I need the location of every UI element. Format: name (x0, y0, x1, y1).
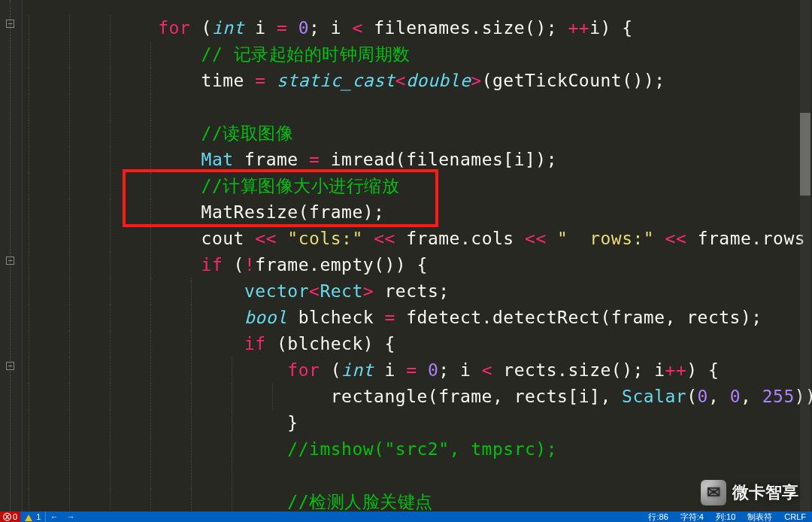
indent-guide (150, 120, 151, 147)
indent-guide (110, 199, 111, 226)
indent-guide (29, 15, 29, 41)
indent-guide (232, 357, 232, 384)
code-line[interactable]: // 记录起始的时钟周期数 (23, 41, 812, 68)
indent-guide (150, 147, 151, 173)
indent-guide (69, 41, 70, 68)
editor-root: −−− for (int i = 0; i < filenames.size()… (0, 0, 812, 522)
indent-guide (232, 436, 232, 463)
indent-guide (69, 384, 70, 410)
nav-back-button[interactable]: ← (46, 511, 62, 522)
indent-guide (191, 410, 192, 436)
code-line[interactable]: time = static_cast<double>(getTickCount(… (23, 68, 812, 94)
indent-guide (110, 305, 111, 331)
indent-guide (110, 410, 111, 436)
indent-guide (110, 278, 111, 305)
indent-guide (110, 489, 111, 511)
fold-toggle[interactable]: − (6, 256, 14, 265)
indent-guide (110, 331, 111, 357)
indent-guide (150, 463, 151, 489)
code-line[interactable]: rectangle(frame, rects[i], Scalar(0, 0, … (23, 384, 812, 410)
nav-forward-button[interactable]: → (62, 511, 79, 522)
indent-guide (29, 384, 29, 410)
indent-guide (110, 463, 111, 489)
indent-guide (29, 120, 29, 147)
indent-guide (29, 94, 29, 120)
indent-guide (110, 252, 111, 278)
fold-guide (10, 0, 11, 511)
code-line[interactable] (23, 463, 812, 489)
code-line[interactable]: //读取图像 (23, 120, 812, 147)
indent-guide (69, 199, 70, 226)
indent-guide (69, 147, 70, 173)
indent-guide (150, 199, 151, 226)
indent-guide (29, 147, 29, 173)
code-line[interactable]: vector<Rect> rects; (23, 278, 812, 305)
indent-guide (110, 147, 111, 173)
indent-guide (29, 278, 29, 305)
indent-guide (191, 278, 192, 305)
indent-guide (150, 226, 151, 252)
indent-guide (150, 384, 151, 410)
indent-guide (150, 331, 151, 357)
indent-guide (69, 410, 70, 436)
status-crlf[interactable]: CRLF (778, 511, 812, 522)
indent-guide (232, 384, 232, 410)
indent-guide (69, 489, 70, 511)
code-line[interactable]: if (!frame.empty()) { (23, 252, 812, 278)
code-line[interactable]: if (blcheck) { (23, 331, 812, 357)
indent-guide (69, 120, 70, 147)
status-chars[interactable]: 字符:4 (674, 511, 710, 522)
scrollbar-track[interactable] (800, 0, 810, 511)
indent-guide (29, 226, 29, 252)
code-line[interactable]: cout << "cols:" << frame.cols << " rows:… (23, 226, 812, 252)
indent-guide (69, 305, 70, 331)
indent-guide (150, 278, 151, 305)
error-badge[interactable]: ⓧ 0 (0, 511, 20, 522)
indent-guide (29, 463, 29, 489)
indent-guide (29, 252, 29, 278)
indent-guide (29, 173, 29, 199)
status-col[interactable]: 列:10 (710, 511, 741, 522)
code-line[interactable]: bool blcheck = fdetect.detectRect(frame,… (23, 305, 812, 331)
code-line[interactable]: for (int i = 0; i < filenames.size(); ++… (23, 15, 812, 41)
indent-guide (150, 252, 151, 278)
code-line[interactable]: //imshow("src2", tmpsrc); (23, 436, 812, 463)
status-col-value: 10 (726, 512, 735, 521)
code-line[interactable]: Mat frame = imread(filenames[i]); (23, 147, 812, 173)
status-line-label: 行 (648, 512, 656, 521)
status-chars-value: 4 (699, 512, 704, 521)
error-count: 0 (13, 511, 17, 522)
gutter: −−− (0, 0, 23, 511)
indent-guide (232, 489, 232, 511)
warning-badge[interactable]: 1 (20, 511, 45, 522)
indent-guide (110, 68, 111, 94)
scrollbar-thumb[interactable] (800, 113, 810, 196)
fold-toggle[interactable]: − (6, 362, 14, 370)
code-area[interactable]: for (int i = 0; i < filenames.size(); ++… (23, 0, 812, 511)
indent-guide (110, 94, 111, 120)
indent-guide (29, 410, 29, 436)
indent-guide (110, 41, 111, 68)
indent-guide (69, 357, 70, 384)
indent-guide (191, 357, 192, 384)
code-line[interactable]: for (int i = 0; i < rects.size(); i++) { (23, 357, 812, 384)
code-line[interactable]: MatResize(frame); (23, 199, 812, 226)
fold-toggle[interactable]: − (6, 20, 14, 28)
indent-guide (69, 226, 70, 252)
indent-guide (191, 305, 192, 331)
code-line[interactable] (23, 94, 812, 120)
status-chars-label: 字符 (680, 512, 697, 521)
indent-guide (29, 357, 29, 384)
indent-guide (191, 463, 192, 489)
code-line[interactable]: //检测人脸关键点 (23, 489, 812, 511)
warning-count: 1 (36, 511, 41, 522)
indent-guide (232, 410, 232, 436)
indent-guide (69, 252, 70, 278)
indent-guide (110, 436, 111, 463)
indent-guide (29, 436, 29, 463)
code-line[interactable]: } (23, 410, 812, 436)
indent-guide (272, 384, 273, 410)
status-tabs[interactable]: 制表符 (741, 511, 778, 522)
code-line[interactable]: //计算图像大小进行缩放 (23, 173, 812, 199)
status-line[interactable]: 行:86 (642, 511, 674, 522)
